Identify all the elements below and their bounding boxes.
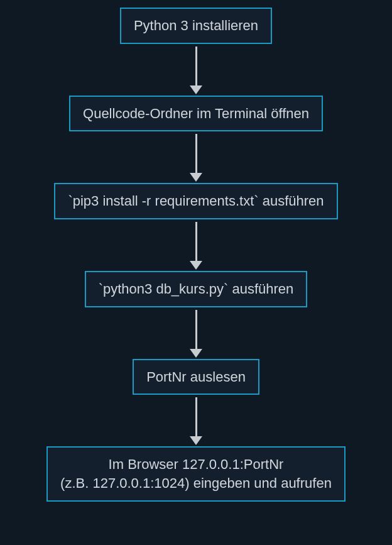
arrow-head-icon — [190, 436, 202, 445]
flow-arrow — [190, 310, 202, 358]
arrow-shaft — [195, 222, 197, 261]
flow-arrow — [190, 134, 202, 182]
flow-node-install-python: Python 3 installieren — [120, 8, 272, 44]
arrow-shaft — [195, 397, 197, 436]
flow-arrow — [190, 397, 202, 445]
flow-node-read-port: PortNr auslesen — [133, 359, 259, 395]
arrow-head-icon — [190, 349, 202, 358]
flow-arrow — [190, 47, 202, 94]
flow-node-open-folder: Quellcode-Ordner im Terminal öffnen — [69, 96, 323, 132]
arrow-head-icon — [190, 85, 202, 94]
arrow-head-icon — [190, 261, 202, 270]
flow-node-pip-install: `pip3 install -r requirements.txt` ausfü… — [54, 183, 337, 219]
arrow-head-icon — [190, 173, 202, 182]
flow-node-run-script: `python3 db_kurs.py` ausführen — [85, 271, 308, 307]
flow-node-open-browser: Im Browser 127.0.0.1:PortNr (z.B. 127.0.… — [46, 446, 346, 501]
arrow-shaft — [195, 134, 197, 173]
arrow-shaft — [195, 47, 197, 85]
flow-arrow — [190, 222, 202, 270]
arrow-shaft — [195, 310, 197, 349]
